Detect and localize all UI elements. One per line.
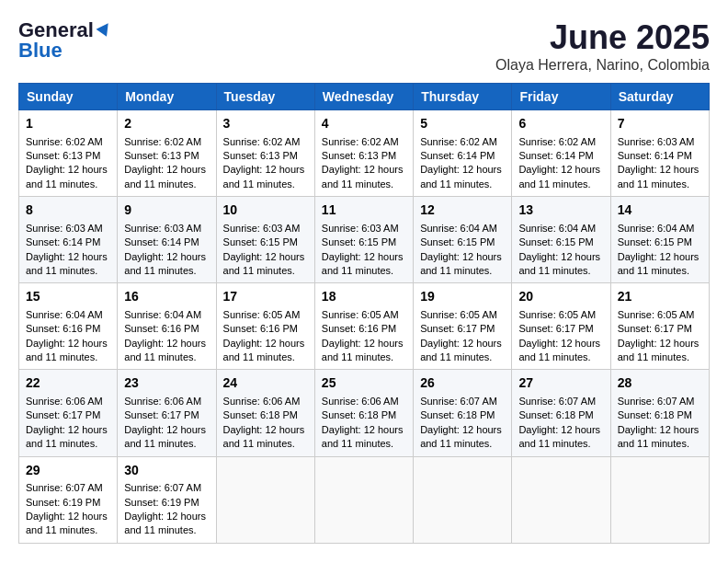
location-title: Olaya Herrera, Narino, Colombia: [495, 57, 710, 74]
sunset-label: Sunset: 6:15 PM: [618, 236, 692, 247]
sunrise-label: Sunrise: 6:04 AM: [618, 223, 695, 234]
table-row: 20Sunrise: 6:05 AMSunset: 6:17 PMDayligh…: [512, 283, 610, 370]
sunset-label: Sunset: 6:16 PM: [223, 323, 298, 334]
daylight-label: Daylight: 12 hours and 11 minutes.: [420, 338, 502, 362]
day-number: 1: [26, 115, 110, 133]
table-row: 14Sunrise: 6:04 AMSunset: 6:15 PMDayligh…: [610, 197, 709, 283]
day-number: 25: [322, 374, 406, 393]
table-row: 17Sunrise: 6:05 AMSunset: 6:16 PMDayligh…: [216, 283, 314, 370]
sunrise-label: Sunrise: 6:07 AM: [518, 396, 596, 407]
table-row: 25Sunrise: 6:06 AMSunset: 6:18 PMDayligh…: [314, 370, 413, 456]
table-row: 6Sunrise: 6:02 AMSunset: 6:14 PMDaylight…: [512, 110, 610, 197]
sunset-label: Sunset: 6:17 PM: [618, 323, 692, 334]
sunrise-label: Sunrise: 6:07 AM: [124, 482, 201, 493]
daylight-label: Daylight: 12 hours and 11 minutes.: [618, 338, 700, 362]
sunset-label: Sunset: 6:18 PM: [223, 409, 298, 420]
day-number: 15: [26, 288, 110, 306]
day-number: 27: [518, 374, 603, 393]
daylight-label: Daylight: 12 hours and 11 minutes.: [322, 164, 404, 189]
table-row: 13Sunrise: 6:04 AMSunset: 6:15 PMDayligh…: [512, 197, 610, 283]
day-number: 5: [420, 115, 505, 133]
daylight-label: Daylight: 12 hours and 11 minutes.: [223, 424, 305, 449]
daylight-label: Daylight: 12 hours and 11 minutes.: [26, 424, 108, 449]
day-number: 20: [518, 288, 603, 306]
sunset-label: Sunset: 6:14 PM: [124, 236, 199, 247]
day-number: 2: [124, 115, 209, 133]
day-number: 6: [518, 115, 603, 133]
sunset-label: Sunset: 6:18 PM: [322, 409, 396, 420]
table-row: [216, 456, 314, 543]
day-number: 3: [223, 115, 308, 133]
table-row: [512, 456, 610, 543]
table-row: 8Sunrise: 6:03 AMSunset: 6:14 PMDaylight…: [19, 197, 118, 283]
table-row: [414, 456, 512, 543]
day-number: 10: [223, 201, 308, 220]
day-number: 13: [518, 201, 603, 220]
daylight-label: Daylight: 12 hours and 11 minutes.: [124, 164, 206, 189]
daylight-label: Daylight: 12 hours and 11 minutes.: [518, 338, 600, 362]
sunset-label: Sunset: 6:14 PM: [518, 150, 593, 161]
header: General Blue June 2025 Olaya Herrera, Na…: [18, 18, 710, 74]
sunrise-label: Sunrise: 6:03 AM: [618, 136, 695, 147]
daylight-label: Daylight: 12 hours and 11 minutes.: [618, 251, 700, 276]
sunset-label: Sunset: 6:13 PM: [26, 150, 100, 161]
sunrise-label: Sunrise: 6:02 AM: [26, 136, 103, 147]
daylight-label: Daylight: 12 hours and 11 minutes.: [618, 424, 700, 449]
day-number: 18: [322, 288, 406, 306]
logo-arrow-icon: [96, 19, 113, 37]
day-number: 21: [618, 288, 702, 306]
daylight-label: Daylight: 12 hours and 11 minutes.: [420, 424, 502, 449]
sunrise-label: Sunrise: 6:07 AM: [420, 396, 497, 407]
day-number: 24: [223, 374, 308, 393]
sunset-label: Sunset: 6:15 PM: [322, 236, 396, 247]
sunrise-label: Sunrise: 6:04 AM: [26, 309, 103, 320]
daylight-label: Daylight: 12 hours and 11 minutes.: [420, 251, 502, 276]
sunset-label: Sunset: 6:13 PM: [124, 150, 199, 161]
daylight-label: Daylight: 12 hours and 11 minutes.: [322, 338, 404, 362]
table-row: 29Sunrise: 6:07 AMSunset: 6:19 PMDayligh…: [19, 456, 118, 543]
sunrise-label: Sunrise: 6:03 AM: [322, 223, 399, 234]
table-row: 22Sunrise: 6:06 AMSunset: 6:17 PMDayligh…: [19, 370, 118, 456]
sunset-label: Sunset: 6:17 PM: [518, 323, 593, 334]
day-number: 7: [618, 115, 702, 133]
sunset-label: Sunset: 6:14 PM: [26, 236, 100, 247]
day-number: 30: [124, 462, 209, 480]
day-number: 16: [124, 288, 209, 306]
daylight-label: Daylight: 12 hours and 11 minutes.: [420, 164, 502, 189]
sunrise-label: Sunrise: 6:07 AM: [26, 482, 103, 493]
sunset-label: Sunset: 6:14 PM: [420, 150, 495, 161]
daylight-label: Daylight: 12 hours and 11 minutes.: [124, 424, 206, 449]
table-row: [314, 456, 413, 543]
sunset-label: Sunset: 6:16 PM: [322, 323, 396, 334]
daylight-label: Daylight: 12 hours and 11 minutes.: [223, 338, 305, 362]
sunrise-label: Sunrise: 6:04 AM: [124, 309, 201, 320]
weekday-header-sunday: Sunday: [19, 84, 118, 110]
table-row: 19Sunrise: 6:05 AMSunset: 6:17 PMDayligh…: [414, 283, 512, 370]
sunrise-label: Sunrise: 6:04 AM: [420, 223, 497, 234]
sunrise-label: Sunrise: 6:02 AM: [124, 136, 201, 147]
sunset-label: Sunset: 6:16 PM: [26, 323, 100, 334]
table-row: 9Sunrise: 6:03 AMSunset: 6:14 PMDaylight…: [118, 197, 216, 283]
daylight-label: Daylight: 12 hours and 11 minutes.: [518, 251, 600, 276]
weekday-header-friday: Friday: [512, 84, 610, 110]
sunset-label: Sunset: 6:18 PM: [420, 409, 495, 420]
sunset-label: Sunset: 6:14 PM: [618, 150, 692, 161]
sunrise-label: Sunrise: 6:05 AM: [223, 309, 301, 320]
sunrise-label: Sunrise: 6:07 AM: [618, 396, 695, 407]
daylight-label: Daylight: 12 hours and 11 minutes.: [223, 251, 305, 276]
table-row: 10Sunrise: 6:03 AMSunset: 6:15 PMDayligh…: [216, 197, 314, 283]
weekday-header-saturday: Saturday: [610, 84, 709, 110]
table-row: 1Sunrise: 6:02 AMSunset: 6:13 PMDaylight…: [19, 110, 118, 197]
sunrise-label: Sunrise: 6:05 AM: [420, 309, 497, 320]
weekday-header-tuesday: Tuesday: [216, 84, 314, 110]
day-number: 14: [618, 201, 702, 220]
sunset-label: Sunset: 6:15 PM: [223, 236, 298, 247]
daylight-label: Daylight: 12 hours and 11 minutes.: [124, 511, 206, 535]
sunrise-label: Sunrise: 6:05 AM: [518, 309, 596, 320]
sunset-label: Sunset: 6:15 PM: [420, 236, 495, 247]
daylight-label: Daylight: 12 hours and 11 minutes.: [223, 164, 305, 189]
sunset-label: Sunset: 6:19 PM: [26, 497, 100, 508]
sunrise-label: Sunrise: 6:03 AM: [223, 223, 301, 234]
sunrise-label: Sunrise: 6:06 AM: [124, 396, 201, 407]
table-row: 28Sunrise: 6:07 AMSunset: 6:18 PMDayligh…: [610, 370, 709, 456]
